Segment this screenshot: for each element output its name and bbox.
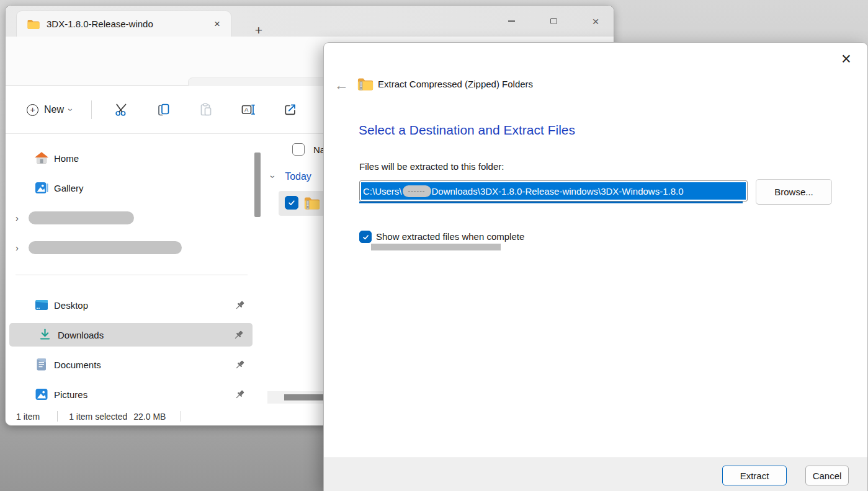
rename-icon: A <box>241 102 256 117</box>
sidebar-item-label: Documents <box>54 360 101 370</box>
dialog-footer: Extract Cancel <box>324 458 867 491</box>
gallery-icon <box>34 180 49 195</box>
dialog-close-button[interactable]: × <box>834 46 859 71</box>
sidebar-item-home[interactable]: Home <box>6 146 254 170</box>
sidebar-item-redacted-1[interactable]: › <box>6 206 254 229</box>
toolbar-divider <box>91 100 92 119</box>
chevron-right-icon[interactable]: › <box>16 242 19 253</box>
sidebar-item-label: Desktop <box>54 300 88 311</box>
pictures-icon <box>34 387 49 402</box>
sidebar-item-label: Home <box>54 153 79 164</box>
group-header-today[interactable]: › Today <box>272 171 311 182</box>
explorer-tab[interactable]: 3DX-1.8.0-Release-windo × <box>16 11 231 37</box>
redacted-pill <box>29 211 134 224</box>
cut-button[interactable] <box>101 95 143 124</box>
sidebar-item-label: Downloads <box>58 330 104 340</box>
selection-size: 22.0 MB <box>133 412 166 422</box>
minimize-button[interactable] <box>497 6 526 37</box>
sidebar-item-label: Pictures <box>54 389 87 400</box>
copy-button[interactable] <box>143 95 185 124</box>
sidebar-item-documents[interactable]: Documents <box>6 353 254 376</box>
browse-button[interactable]: Browse... <box>756 179 832 205</box>
documents-icon <box>34 357 49 372</box>
group-label: Today <box>285 171 311 182</box>
cut-icon <box>114 102 129 117</box>
pin-icon <box>235 360 245 370</box>
field-focus-underline <box>359 201 743 203</box>
pin-icon <box>235 300 245 311</box>
show-files-checkbox[interactable] <box>359 231 372 243</box>
tab-title: 3DX-1.8.0-Release-windo <box>47 19 205 29</box>
chevron-down-icon: › <box>268 175 278 179</box>
new-button[interactable]: + New › <box>20 99 79 121</box>
redacted-pill <box>29 241 182 254</box>
minimize-icon <box>508 20 515 22</box>
share-button[interactable] <box>269 95 311 124</box>
zip-folder-icon <box>357 77 374 91</box>
status-divider <box>181 411 181 422</box>
rename-button[interactable]: A <box>227 95 269 124</box>
paste-icon <box>199 102 213 117</box>
path-selected-text: C:\Users\ ------ Downloads\3DX-1.8.0-Rel… <box>361 182 746 200</box>
new-button-label: New <box>44 104 64 115</box>
selection-count: 1 item selected <box>69 412 127 422</box>
downloads-icon <box>38 327 53 342</box>
chevron-down-icon: › <box>66 108 76 112</box>
close-icon: × <box>592 15 599 27</box>
maximize-icon <box>550 18 557 24</box>
home-icon <box>34 151 49 166</box>
paste-button[interactable] <box>185 95 227 124</box>
svg-text:A: A <box>244 106 249 113</box>
sidebar-item-downloads[interactable]: Downloads <box>9 323 253 347</box>
extract-button[interactable]: Extract <box>722 466 787 485</box>
dialog-heading: Select a Destination and Extract Files <box>359 123 575 138</box>
check-icon <box>362 233 370 241</box>
maximize-button[interactable] <box>539 6 568 37</box>
sidebar-item-redacted-2[interactable]: › <box>6 236 254 259</box>
desktop-background: 3DX-1.8.0-Release-windo × + × ← → ↑ ↻ › … <box>0 0 868 491</box>
path-prefix: C:\Users\ <box>363 186 402 197</box>
sidebar-item-label: Gallery <box>54 183 84 193</box>
sidebar-item-pictures[interactable]: Pictures <box>6 383 254 406</box>
cancel-button[interactable]: Cancel <box>805 466 849 485</box>
window-close-button[interactable]: × <box>581 6 610 37</box>
row-checkbox[interactable] <box>285 196 298 210</box>
sidebar-separator <box>16 275 248 275</box>
tab-close-button[interactable]: × <box>211 17 223 30</box>
tab-bar: 3DX-1.8.0-Release-windo × + × <box>6 6 614 37</box>
sidebar-scrollbar[interactable] <box>254 153 261 217</box>
pin-icon <box>233 330 244 340</box>
path-suffix: Downloads\3DX-1.8.0-Release-windows\3DX-… <box>432 186 684 197</box>
dialog-back-button[interactable]: ← <box>331 75 351 95</box>
sidebar-item-gallery[interactable]: Gallery <box>6 176 254 200</box>
show-files-label: Show extracted files when complete <box>376 231 524 242</box>
folder-icon <box>27 19 40 30</box>
redacted-username-pill: ------ <box>403 185 431 197</box>
item-count: 1 item <box>16 412 40 422</box>
dialog-title: Extract Compressed (Zipped) Folders <box>378 79 533 89</box>
select-all-checkbox[interactable] <box>292 143 305 156</box>
check-icon <box>287 198 296 207</box>
destination-path-field[interactable]: C:\Users\ ------ Downloads\3DX-1.8.0-Rel… <box>359 180 748 201</box>
extract-dialog: × ← Extract Compressed (Zipped) Folders … <box>323 42 868 491</box>
copy-icon <box>156 102 171 117</box>
pin-icon <box>235 389 245 400</box>
destination-label: Files will be extracted to this folder: <box>359 161 504 172</box>
chevron-right-icon[interactable]: › <box>16 213 19 223</box>
status-divider <box>57 411 58 422</box>
share-icon <box>283 102 298 117</box>
redaction-bar <box>371 244 501 250</box>
zip-folder-icon <box>303 196 321 210</box>
sidebar-item-desktop[interactable]: Desktop <box>6 293 254 317</box>
plus-icon: + <box>27 104 38 116</box>
desktop-icon <box>34 298 49 312</box>
